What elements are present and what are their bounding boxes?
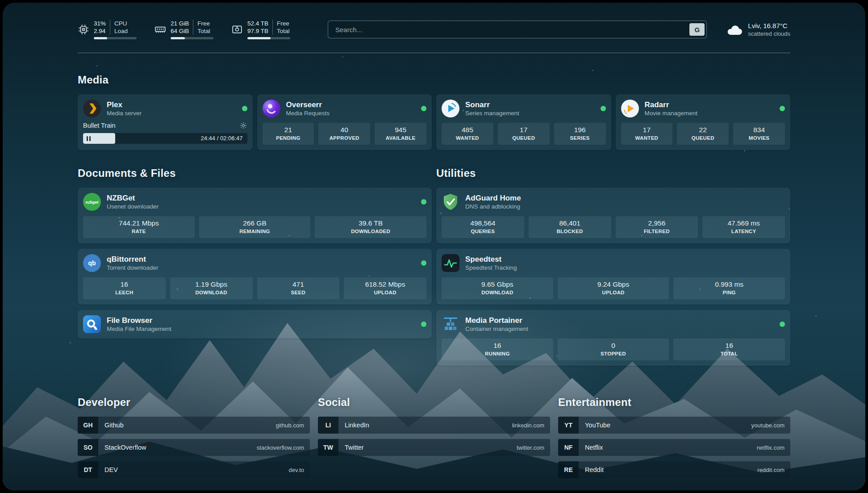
status-dot <box>242 106 247 111</box>
svg-text:nzbget: nzbget <box>86 200 99 205</box>
nzbget-icon: nzbget <box>83 193 101 211</box>
stat-queued: 22 QUEUED <box>677 123 729 145</box>
bookmark-dev[interactable]: DT DEV dev.to <box>78 461 310 478</box>
cpu-load-label: Load <box>114 27 128 35</box>
service-subtitle: Speedtest Tracking <box>465 264 517 272</box>
status-dot <box>421 322 426 327</box>
bookmark-url: linkedin.com <box>512 422 544 429</box>
bookmark-name: Reddit <box>585 466 604 473</box>
service-card-qbittorrent[interactable]: qb qBittorrent Torrent downloader 16 LEE… <box>78 249 432 305</box>
status-dot <box>601 106 606 111</box>
bookmark-group-developer: Developer GH Github github.com SO StackO… <box>78 396 310 484</box>
status-dot <box>780 106 785 111</box>
bookmark-abbr: RE <box>558 461 579 478</box>
overseerr-icon <box>263 100 280 117</box>
bookmark-linkedin[interactable]: LI LinkedIn linkedin.com <box>318 417 550 434</box>
section-title-documents: Documents & Files <box>78 167 432 180</box>
bookmark-youtube[interactable]: YT YouTube youtube.com <box>558 417 790 434</box>
service-card-overseerr[interactable]: Overseerr Media Requests 21 PENDING 40 A… <box>257 94 432 150</box>
section-title-social: Social <box>318 396 550 409</box>
weather-widget: Lviv, 16.87°C scattered clouds <box>726 21 790 38</box>
bookmark-abbr: DT <box>78 461 98 478</box>
service-name: Speedtest <box>465 255 517 264</box>
cpu-progress-bar <box>94 37 137 39</box>
service-name: Sonarr <box>465 100 519 109</box>
service-card-sonarr[interactable]: Sonarr Series management 485 WANTED 17 Q… <box>436 94 611 150</box>
bookmark-github[interactable]: GH Github github.com <box>78 417 310 434</box>
cpu-usage: 31% <box>94 20 106 27</box>
pause-icon[interactable] <box>87 136 91 141</box>
adguard-icon <box>442 193 459 211</box>
svg-text:qb: qb <box>88 259 96 267</box>
service-name: Media Portainer <box>465 316 528 325</box>
bookmark-name: Github <box>104 422 124 429</box>
bookmark-twitter[interactable]: TW Twitter twitter.com <box>318 439 550 456</box>
playback-time: 24:44 / 02:06:47 <box>201 133 243 144</box>
search-input[interactable] <box>334 25 689 34</box>
bookmark-abbr: TW <box>318 439 338 456</box>
bookmark-netflix[interactable]: NF Netflix netflix.com <box>558 439 790 456</box>
stat-movies: 834 MOVIES <box>733 123 785 145</box>
service-card-filebrowser[interactable]: File Browser Media File Management <box>78 310 432 338</box>
service-subtitle: Movie management <box>645 109 698 117</box>
bookmark-reddit[interactable]: RE Reddit reddit.com <box>558 461 790 478</box>
service-card-portainer[interactable]: Media Portainer Container management 16 … <box>436 310 790 366</box>
bookmark-url: reddit.com <box>757 467 785 473</box>
stat-pending: 21 PENDING <box>263 123 314 145</box>
stat-wanted: 485 WANTED <box>442 123 493 145</box>
service-name: AdGuard Home <box>465 193 521 203</box>
settings-gear-icon[interactable] <box>239 121 247 130</box>
service-card-adguard[interactable]: AdGuard Home DNS and adblocking 498,564 … <box>436 188 790 243</box>
disk-progress-bar <box>247 37 290 39</box>
stat-downloaded: 39.6 TB DOWNLOADED <box>315 216 426 238</box>
bookmark-url: dev.to <box>289 467 304 473</box>
bookmark-abbr: SO <box>78 439 98 456</box>
plex-icon <box>83 100 101 117</box>
status-dot <box>421 106 426 111</box>
service-subtitle: Media Requests <box>286 109 330 117</box>
service-name: NZBGet <box>107 193 159 203</box>
section-media: Media Plex Media server Bullet <box>78 74 790 150</box>
now-playing-title: Bullet Train <box>83 122 116 129</box>
portainer-icon <box>442 315 459 333</box>
status-dot <box>780 322 785 327</box>
search-provider-button[interactable]: G <box>689 23 705 36</box>
stat-remaining: 266 GB REMAINING <box>199 216 311 238</box>
bookmark-abbr: YT <box>558 417 579 434</box>
section-title-entertainment: Entertainment <box>558 396 790 409</box>
disk-total: 97.9 TB <box>247 27 268 35</box>
cpu-load: 2.94 <box>94 27 106 35</box>
disk-icon <box>231 24 243 35</box>
search-bar[interactable]: G <box>328 21 707 38</box>
bookmark-abbr: NF <box>558 439 579 456</box>
speedtest-icon <box>442 254 459 272</box>
plex-progress-bar[interactable]: 24:44 / 02:06:47 <box>83 133 247 144</box>
service-card-plex[interactable]: Plex Media server Bullet Train <box>78 94 253 150</box>
memory-free: 21 GiB <box>171 20 189 27</box>
service-card-nzbget[interactable]: nzbget NZBGet Usenet downloader 744.21 M… <box>78 188 432 243</box>
stat-download: 1.19 Gbps DOWNLOAD <box>170 277 253 299</box>
filebrowser-icon <box>83 315 101 333</box>
section-documents: Documents & Files nzbget NZBGet Usenet d… <box>78 167 432 371</box>
stat-series: 196 SERIES <box>554 123 606 145</box>
header-divider <box>78 53 790 53</box>
status-dot <box>421 260 426 266</box>
service-card-speedtest[interactable]: Speedtest Speedtest Tracking 9.65 Gbps D… <box>436 249 790 305</box>
stat-seed: 471 SEED <box>257 277 340 299</box>
stat-rate: 744.21 Mbps RATE <box>83 216 195 238</box>
sonarr-icon <box>442 100 459 117</box>
memory-icon <box>154 24 166 35</box>
status-dot <box>421 199 426 205</box>
service-name: Plex <box>107 100 142 109</box>
memory-free-label: Free <box>197 20 210 27</box>
service-name: Overseerr <box>286 100 330 109</box>
stat-available: 945 AVAILABLE <box>375 123 426 145</box>
stat-approved: 40 APPROVED <box>318 123 370 145</box>
service-subtitle: DNS and adblocking <box>465 203 521 210</box>
bookmark-stackoverflow[interactable]: SO StackOverflow stackoverflow.com <box>78 439 310 456</box>
memory-total-label: Total <box>197 27 210 35</box>
bookmark-url: netflix.com <box>757 444 785 451</box>
service-card-radarr[interactable]: Radarr Movie management 17 WANTED 22 QUE… <box>616 94 791 150</box>
bookmark-name: Twitter <box>345 444 364 451</box>
service-subtitle: Container management <box>465 325 528 333</box>
